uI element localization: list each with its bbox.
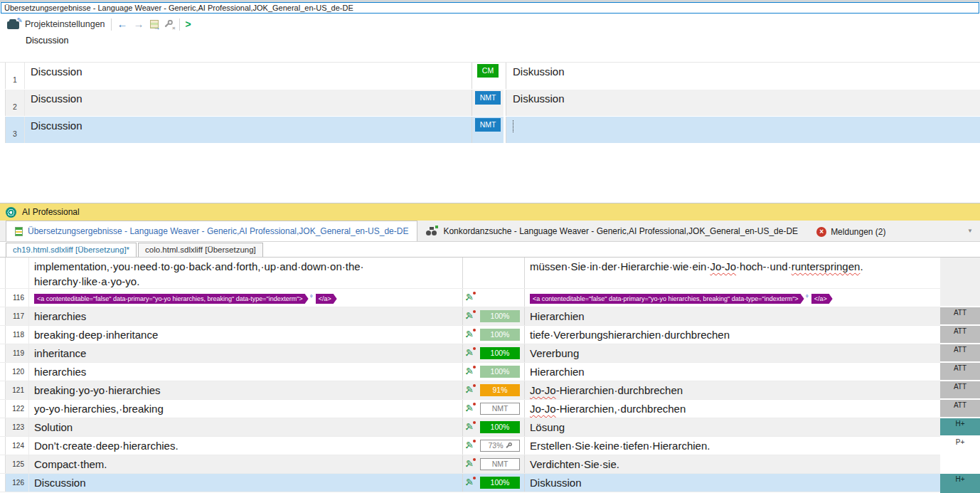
draft-pencil-icon: ✎ [466,366,476,376]
result-row[interactable]: 2 Discussion NMT Diskussion [0,90,980,117]
project-settings-icon [7,21,19,29]
target-cell[interactable]: Vererbung [525,344,939,362]
row-margin [0,437,6,455]
error-icon: × [816,227,826,237]
source-cell[interactable]: <a contenteditable="false" data-primary=… [28,289,463,307]
result-source-cell[interactable]: Discussion [24,63,472,89]
segment-row-123[interactable]: 123 Solution ✎ 100% Lösung [0,418,980,437]
match-badge-100: 100% [480,347,520,359]
target-cell[interactable]: müssen·Sie·in·der·Hierarchie·wie·ein·Jo-… [525,258,939,288]
segment-number[interactable]: 119 [6,344,28,362]
segment-number[interactable]: 120 [6,363,28,381]
target-cell[interactable]: Lösung [525,418,939,436]
segment-row-120[interactable]: 120 hierarchies ✎ 100% Hierarchien [0,363,980,381]
segment-number[interactable]: 125 [6,455,28,473]
source-cell[interactable]: yo-yo·hierarchies,·breaking [28,400,463,418]
source-cell[interactable]: Solution [28,418,463,436]
target-cell[interactable]: Jo-Jo-Hierarchien·durchbrechen [525,381,939,399]
apply-translation-icon[interactable] [150,20,159,28]
segment-number[interactable]: 118 [6,326,28,344]
result-row[interactable]: 1 Discussion CM Diskussion [0,63,980,90]
source-cell[interactable]: breaking·yo-yo·hierarchies [28,381,463,399]
structure-cell-paragraph: P+ [940,437,980,472]
close-tag-chip[interactable]: </a> [316,294,337,304]
translation-results-icon [15,227,23,236]
result-target-cell[interactable] [506,117,980,143]
result-target-cell[interactable]: Diskussion [506,63,980,89]
segment-row-126-selected[interactable]: 126 Discussion ✎ 100% Diskussion [0,474,980,492]
open-tag-chip[interactable]: <a contenteditable="false" data-primary=… [34,294,309,304]
segment-number[interactable]: 121 [6,381,28,399]
source-cell[interactable]: inheritance [28,344,463,362]
target-cell[interactable]: Hierarchien [525,363,939,381]
target-cell[interactable]: Diskussion [525,474,939,492]
target-cell[interactable]: Jo-Jo-Hierarchien,·durchbrechen [525,400,939,418]
tab-concordance-search[interactable]: Konkordanzsuche - Language Weaver - Gene… [417,221,806,241]
row-margin [0,117,6,143]
segment-row-121[interactable]: 121 breaking·yo-yo·hierarchies ✎ 91% Jo-… [0,381,980,400]
target-cell[interactable]: <a contenteditable="false" data-primary=… [525,289,939,307]
tab-messages[interactable]: × Meldungen (2) [816,227,885,241]
row-margin [0,474,6,492]
source-cell[interactable]: breaking·deep·inheritance [28,326,463,344]
doc-tab-colo[interactable]: colo.html.sdlxliff [Übersetzung] [138,243,263,257]
draft-pencil-icon: ✎ [466,329,476,339]
document-tab-bar: ch19.html.sdlxliff [Übersetzung]* colo.h… [0,242,980,258]
result-source-cell[interactable]: Discussion [24,90,472,116]
segment-row-122[interactable]: 122 yo-yo·hierarchies,·breaking ✎ NMT Jo… [0,400,980,418]
source-cell[interactable]: hierarchies [28,307,463,325]
segment-number[interactable]: 122 [6,400,28,418]
status-cell: ✎ 100% [463,474,525,492]
segment-row-partial[interactable]: implementation,·you·need·to·go·back·and·… [0,258,980,289]
close-tag-chip[interactable]: </a> [811,294,833,304]
source-cell[interactable]: implementation,·you·need·to·go·back·and·… [28,258,463,288]
segment-row-124[interactable]: 124 Don’t·create·deep·hierarchies. ✎ 73%… [0,437,980,455]
status-cell: ✎ 100% [463,418,525,436]
back-arrow-icon[interactable]: ← [117,19,128,29]
segment-row-125[interactable]: 125 Compact·them. ✎ NMT Verdichten·Sie·s… [0,455,980,474]
open-tag-chip[interactable]: <a contenteditable="false" data-primary=… [530,294,804,304]
source-cell[interactable]: Compact·them. [28,455,463,473]
structure-cell-att: ATT [940,381,980,398]
result-source-cell[interactable]: Discussion [24,117,472,143]
translation-results-grid: 1 Discussion CM Diskussion 2 Discussion … [0,62,980,144]
structure-cell-att: ATT [940,344,980,361]
dropdown-arrow-icon[interactable]: ▼ [967,228,973,241]
result-row-selected[interactable]: 3 Discussion NMT [0,117,980,144]
structure-cell-heading: H+ [940,418,980,435]
status-cell: ✎ 100% [463,307,525,325]
target-cell[interactable]: Erstellen·Sie·keine·tiefen·Hierarchien. [525,437,939,455]
row-margin [0,418,6,436]
source-cell[interactable]: Don’t·create·deep·hierarchies. [28,437,463,455]
target-cell[interactable]: tiefe·Vererbungshierarchien·durchbrechen [525,326,939,344]
draft-pencil-icon: ✎ [466,440,476,450]
segment-row-118[interactable]: 118 breaking·deep·inheritance ✎ 100% tie… [0,326,980,344]
match-badge-nmt: NMT [480,403,520,415]
row-margin [0,258,6,288]
spellcheck-word: Jo-Jo [710,260,736,272]
segment-number[interactable]: 116 [6,289,28,307]
match-badge-100: 100% [480,421,520,433]
segment-number[interactable]: 126 [6,474,28,492]
tab-translation-results[interactable]: Übersetzungsergebnisse - Language Weaver… [6,221,417,241]
source-cell[interactable]: hierarchies [28,363,463,381]
project-settings-button[interactable]: Projekteinstellungen [25,19,105,29]
segment-row-119[interactable]: 119 inheritance ✎ 100% Vererbung [0,344,980,363]
target-cell[interactable]: Hierarchien [525,307,939,325]
expand-chevron-icon[interactable]: > [186,18,191,30]
segment-row-117[interactable]: 117 hierarchies ✎ 100% Hierarchien [0,307,980,326]
doc-tab-ch19[interactable]: ch19.html.sdlxliff [Übersetzung]* [6,243,137,257]
segment-number[interactable]: 123 [6,418,28,436]
segment-number[interactable]: 124 [6,437,28,455]
segment-number[interactable]: 117 [6,307,28,325]
target-cell[interactable]: Verdichten·Sie·sie. [525,455,939,473]
origin-cell: NMT [472,117,504,143]
forward-arrow-icon[interactable]: → [134,19,144,29]
match-badge-nmt: NMT [480,458,520,470]
origin-badge-nmt: NMT [475,91,501,105]
result-target-cell[interactable]: Diskussion [506,90,980,116]
source-cell[interactable]: Discussion [28,474,463,492]
segment-row-116[interactable]: 116 <a contenteditable="false" data-prim… [0,289,980,307]
document-structure-column: ATT ATT ATT ATT ATT ATT H+ P+ H+ [940,258,980,493]
match-badge-100: 100% [480,310,520,322]
